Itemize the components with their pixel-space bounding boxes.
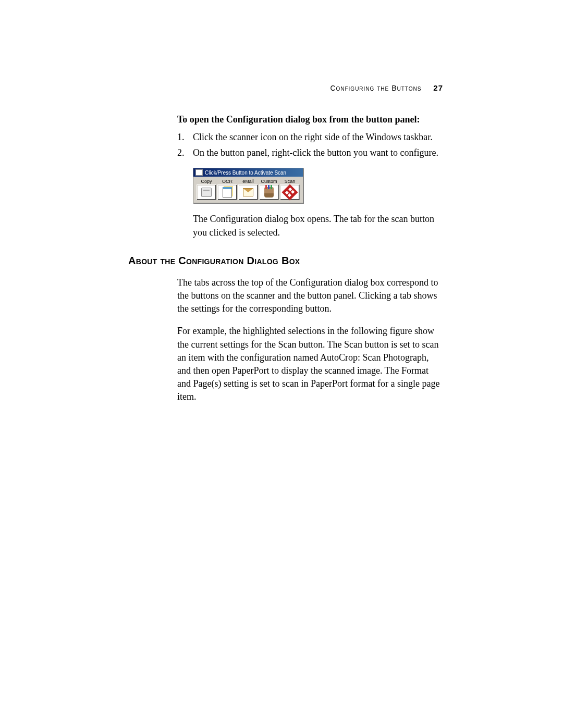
page-number: 27 <box>433 83 443 92</box>
scan-diamond-icon <box>282 184 298 201</box>
panel-labels-row: Copy OCR eMail Custom Scan <box>195 179 301 184</box>
printer-icon <box>201 188 212 197</box>
panel-icons-row <box>195 184 301 200</box>
header-section-title: Configuring the Buttons <box>330 84 421 92</box>
window-icon <box>195 169 203 176</box>
page-content: Configuring the Buttons 27 To open the C… <box>0 0 563 403</box>
scan-button[interactable] <box>280 184 300 200</box>
custom-button[interactable] <box>259 184 279 200</box>
panel-titlebar: Click/Press Button to Activate Scan <box>193 168 303 177</box>
panel-title: Click/Press Button to Activate Scan <box>205 170 286 176</box>
intro-heading: To open the Configuration dialog box fro… <box>177 113 443 126</box>
body-paragraph: The tabs across the top of the Configura… <box>177 276 443 316</box>
panel-label-email: eMail <box>238 179 258 184</box>
panel-label-scan: Scan <box>280 179 300 184</box>
panel-label-custom: Custom <box>259 179 279 184</box>
step-item: On the button panel, right-click the but… <box>177 146 443 159</box>
panel-label-copy: Copy <box>197 179 216 184</box>
steps-list: Click the scanner icon on the right side… <box>177 130 443 159</box>
post-figure-text: The Configuration dialog box opens. The … <box>193 213 443 239</box>
step-item: Click the scanner icon on the right side… <box>177 130 443 144</box>
paint-bucket-icon <box>264 187 274 198</box>
page-header: Configuring the Buttons 27 <box>177 83 443 92</box>
copy-button[interactable] <box>197 184 216 200</box>
panel-body: Copy OCR eMail Custom Scan <box>193 177 303 203</box>
panel-label-ocr: OCR <box>217 179 237 184</box>
button-panel-figure: Click/Press Button to Activate Scan Copy… <box>193 168 303 203</box>
ocr-button[interactable] <box>217 184 237 200</box>
envelope-icon <box>243 188 253 196</box>
email-button[interactable] <box>238 184 258 200</box>
notepad-icon <box>223 187 232 198</box>
section-heading: About the Configuration Dialog Box <box>128 255 443 267</box>
body-paragraph: For example, the highlighted selections … <box>177 325 443 403</box>
